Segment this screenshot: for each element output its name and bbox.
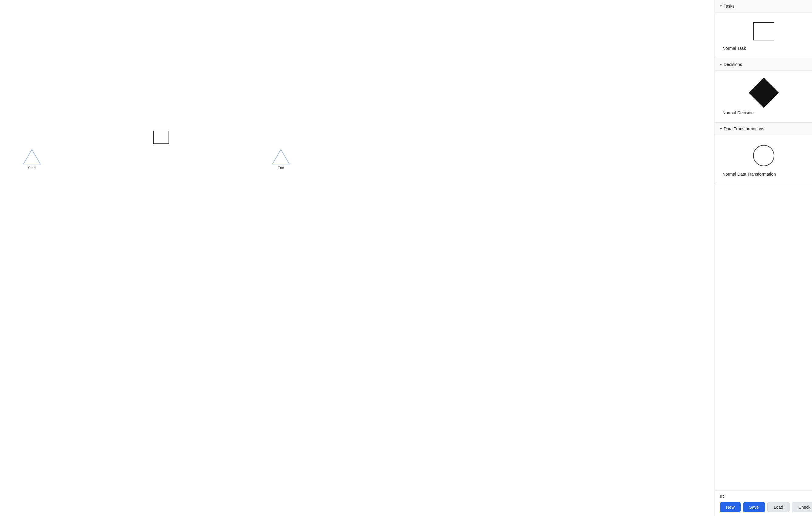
end-triangle-icon bbox=[272, 149, 290, 165]
normal-data-transformation-circle-shape bbox=[753, 145, 774, 166]
svg-marker-1 bbox=[272, 150, 289, 164]
start-triangle-icon bbox=[23, 149, 41, 165]
end-node-label: End bbox=[278, 166, 284, 170]
normal-task-palette-item[interactable]: Normal Task bbox=[721, 20, 806, 51]
decisions-chevron-icon: ▾ bbox=[720, 62, 722, 66]
bottom-bar: ID: New Save Load Check bbox=[715, 490, 812, 516]
tasks-section-title: Tasks bbox=[724, 4, 734, 8]
data-transformations-chevron-icon: ▾ bbox=[720, 127, 722, 131]
task-node[interactable] bbox=[153, 131, 169, 144]
decisions-section-header[interactable]: ▾ Decisions bbox=[715, 58, 812, 71]
normal-data-transformation-label: Normal Data Transformation bbox=[721, 172, 776, 176]
decisions-section-content: Normal Decision bbox=[715, 71, 812, 123]
canvas-area[interactable]: Start End bbox=[0, 0, 715, 516]
button-row: New Save Load Check bbox=[720, 502, 807, 512]
save-button[interactable]: Save bbox=[743, 502, 765, 512]
end-node[interactable]: End bbox=[272, 149, 290, 170]
tasks-chevron-icon: ▾ bbox=[720, 4, 722, 8]
normal-decision-label: Normal Decision bbox=[721, 110, 754, 115]
data-transformations-section-content: Normal Data Transformation bbox=[715, 135, 812, 184]
start-node[interactable]: Start bbox=[23, 149, 41, 170]
tasks-section-content: Normal Task bbox=[715, 12, 812, 58]
normal-data-transformation-palette-item[interactable]: Normal Data Transformation bbox=[721, 142, 806, 176]
id-row: ID: bbox=[720, 494, 807, 499]
tasks-section-header[interactable]: ▾ Tasks bbox=[715, 0, 812, 12]
svg-marker-0 bbox=[23, 150, 40, 164]
task-rect-shape bbox=[153, 131, 169, 144]
normal-task-shape-wrapper bbox=[721, 20, 806, 43]
new-button[interactable]: New bbox=[720, 502, 741, 512]
id-label: ID: bbox=[720, 494, 725, 499]
data-transformations-section-header[interactable]: ▾ Data Transformations bbox=[715, 123, 812, 135]
check-button[interactable]: Check bbox=[792, 502, 812, 512]
normal-decision-shape-wrapper bbox=[721, 78, 806, 107]
normal-decision-diamond-shape bbox=[749, 78, 779, 108]
data-transformations-section-title: Data Transformations bbox=[724, 127, 764, 131]
right-panel: ▾ Tasks Normal Task ▾ Decisions Normal D… bbox=[715, 0, 812, 516]
normal-task-label: Normal Task bbox=[721, 46, 746, 51]
load-button[interactable]: Load bbox=[767, 502, 789, 512]
normal-task-rect-shape bbox=[753, 22, 774, 40]
normal-data-transformation-shape-wrapper bbox=[721, 142, 806, 169]
decisions-section-title: Decisions bbox=[724, 62, 742, 67]
start-node-label: Start bbox=[28, 166, 35, 170]
normal-decision-palette-item[interactable]: Normal Decision bbox=[721, 78, 806, 115]
